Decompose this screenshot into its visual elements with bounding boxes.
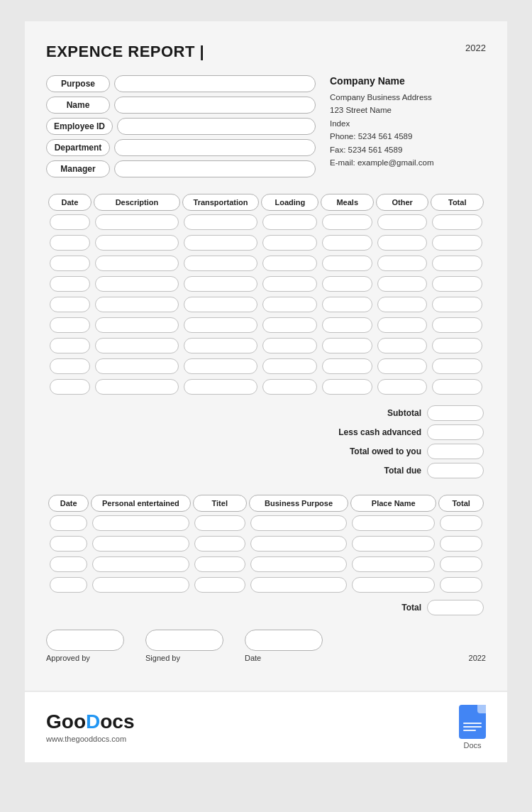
manager-input[interactable] — [114, 160, 316, 177]
expense-input[interactable] — [184, 256, 257, 271]
ent-input[interactable] — [250, 577, 347, 593]
ent-input[interactable] — [440, 536, 482, 552]
ent-input[interactable] — [352, 536, 435, 552]
approved-by-box[interactable] — [46, 630, 124, 651]
expense-input[interactable] — [322, 214, 372, 230]
expense-input[interactable] — [322, 276, 372, 292]
expense-input[interactable] — [432, 338, 482, 353]
ent-input[interactable] — [352, 515, 435, 531]
expense-input[interactable] — [432, 235, 482, 251]
ent-input[interactable] — [194, 515, 245, 531]
expense-input[interactable] — [184, 379, 257, 395]
expense-input[interactable] — [184, 214, 257, 230]
expense-input[interactable] — [432, 358, 482, 374]
expense-input[interactable] — [95, 235, 179, 251]
ent-input[interactable] — [50, 536, 87, 552]
expense-input[interactable] — [322, 297, 372, 312]
expense-input[interactable] — [262, 276, 317, 292]
expense-input[interactable] — [95, 379, 179, 395]
ent-input[interactable] — [250, 536, 347, 552]
ent-input[interactable] — [250, 515, 347, 531]
total-owed-input[interactable] — [427, 444, 484, 459]
ent-input[interactable] — [92, 536, 189, 552]
expense-input[interactable] — [377, 256, 427, 271]
expense-input[interactable] — [432, 214, 482, 230]
expense-input[interactable] — [184, 276, 257, 292]
purpose-input[interactable] — [114, 75, 316, 92]
employee-id-input[interactable] — [117, 118, 316, 135]
expense-input[interactable] — [322, 379, 372, 395]
expense-input[interactable] — [50, 317, 90, 333]
expense-input[interactable] — [322, 317, 372, 333]
expense-input[interactable] — [377, 317, 427, 333]
ent-input[interactable] — [440, 556, 482, 572]
expense-input[interactable] — [184, 338, 257, 353]
ent-input[interactable] — [194, 556, 245, 572]
ent-input[interactable] — [352, 556, 435, 572]
expense-input[interactable] — [432, 297, 482, 312]
expense-input[interactable] — [50, 256, 90, 271]
signed-by-box[interactable] — [145, 630, 223, 651]
expense-input[interactable] — [377, 379, 427, 395]
expense-input[interactable] — [95, 256, 179, 271]
expense-input[interactable] — [95, 214, 179, 230]
expense-input[interactable] — [377, 338, 427, 353]
expense-input[interactable] — [95, 297, 179, 312]
expense-input[interactable] — [377, 214, 427, 230]
expense-input[interactable] — [262, 235, 317, 251]
expense-input[interactable] — [95, 358, 179, 374]
expense-input[interactable] — [95, 276, 179, 292]
ent-total-input[interactable] — [427, 600, 484, 615]
expense-input[interactable] — [50, 338, 90, 353]
ent-input[interactable] — [352, 577, 435, 593]
expense-input[interactable] — [322, 358, 372, 374]
expense-input[interactable] — [262, 317, 317, 333]
expense-input[interactable] — [184, 317, 257, 333]
expense-input[interactable] — [432, 379, 482, 395]
expense-input[interactable] — [184, 297, 257, 312]
ent-input[interactable] — [440, 515, 482, 531]
expense-input[interactable] — [377, 276, 427, 292]
expense-input[interactable] — [184, 235, 257, 251]
ent-input[interactable] — [50, 515, 87, 531]
expense-input[interactable] — [377, 235, 427, 251]
expense-input[interactable] — [262, 214, 317, 230]
department-input[interactable] — [114, 139, 316, 156]
less-cash-input[interactable] — [427, 424, 484, 440]
expense-input[interactable] — [50, 276, 90, 292]
expense-input[interactable] — [262, 358, 317, 374]
ent-input[interactable] — [194, 577, 245, 593]
expense-input[interactable] — [50, 358, 90, 374]
ent-input[interactable] — [50, 556, 87, 572]
name-input[interactable] — [114, 97, 316, 114]
expense-input[interactable] — [50, 379, 90, 395]
expense-input[interactable] — [322, 256, 372, 271]
ent-input[interactable] — [250, 556, 347, 572]
expense-input[interactable] — [432, 256, 482, 271]
ent-input[interactable] — [440, 577, 482, 593]
expense-input[interactable] — [262, 256, 317, 271]
ent-input[interactable] — [194, 536, 245, 552]
subtotal-input[interactable] — [427, 405, 484, 421]
expense-input[interactable] — [184, 358, 257, 374]
expense-input[interactable] — [262, 297, 317, 312]
expense-input[interactable] — [50, 235, 90, 251]
expense-input[interactable] — [322, 338, 372, 353]
expense-input[interactable] — [95, 317, 179, 333]
expense-input[interactable] — [377, 358, 427, 374]
date-box[interactable] — [245, 630, 323, 651]
ent-input[interactable] — [50, 577, 87, 593]
total-due-input[interactable] — [427, 463, 484, 478]
expense-input[interactable] — [322, 235, 372, 251]
expense-input[interactable] — [50, 297, 90, 312]
ent-input[interactable] — [92, 556, 189, 572]
ent-input[interactable] — [92, 515, 189, 531]
expense-input[interactable] — [262, 338, 317, 353]
expense-input[interactable] — [432, 317, 482, 333]
expense-input[interactable] — [95, 338, 179, 353]
ent-input[interactable] — [92, 577, 189, 593]
expense-input[interactable] — [377, 297, 427, 312]
expense-input[interactable] — [432, 276, 482, 292]
expense-input[interactable] — [262, 379, 317, 395]
expense-input[interactable] — [50, 214, 90, 230]
